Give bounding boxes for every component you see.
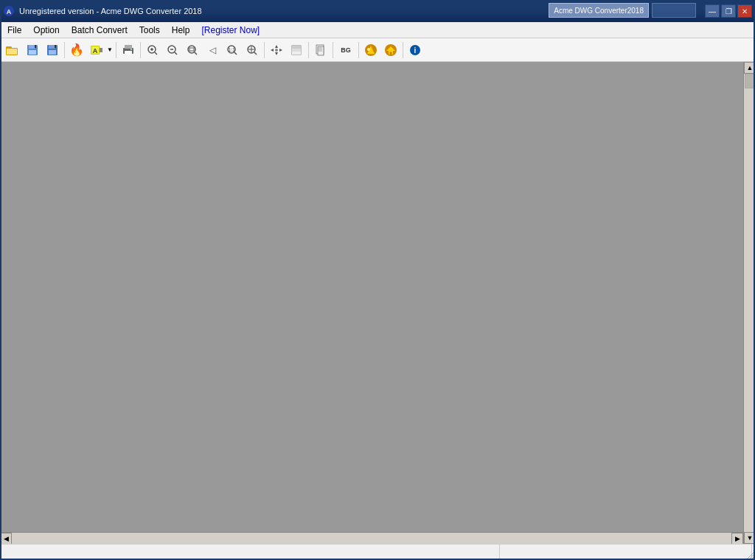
title-bar: A Unregistered version - Acme DWG Conver… <box>0 0 755 22</box>
convert2-button[interactable]: A <box>87 41 106 60</box>
info-button[interactable]: i <box>406 41 425 60</box>
layers-button[interactable] <box>287 41 306 60</box>
scrollbar-vertical[interactable]: ▲ ▼ <box>743 62 755 544</box>
svg-marker-41 <box>279 49 282 52</box>
svg-marker-38 <box>275 45 278 48</box>
svg-point-54 <box>367 48 370 51</box>
svg-line-37 <box>254 52 257 55</box>
zoom-in-button[interactable] <box>143 41 162 60</box>
zoom-window-button[interactable] <box>183 41 202 60</box>
acme2-button[interactable] <box>381 41 400 60</box>
convert-arrow-group: A ▼ <box>87 41 114 60</box>
toolbar: 🔥 A ▼ <box>0 38 755 62</box>
svg-line-33 <box>234 52 237 55</box>
scroll-up-button[interactable]: ▲ <box>744 62 755 74</box>
separator-3 <box>140 42 141 58</box>
main-content: ▲ ▼ ◀ ▶ <box>0 62 755 544</box>
svg-line-24 <box>155 52 157 55</box>
zoom-real-button[interactable]: 1:1 <box>223 41 242 60</box>
convert-button[interactable]: 🔥 <box>67 41 86 60</box>
svg-rect-18 <box>125 45 132 49</box>
svg-text:A: A <box>7 8 12 15</box>
scroll-left-button[interactable]: ◀ <box>0 533 12 544</box>
separator-5 <box>308 42 309 58</box>
svg-rect-44 <box>292 46 301 49</box>
app-icon: A <box>3 5 15 17</box>
minimize-button[interactable]: — <box>705 4 720 18</box>
menu-file[interactable]: File <box>1 23 27 38</box>
taskbar-app-1[interactable]: Acme DWG Converter2018 <box>549 3 649 18</box>
svg-rect-46 <box>292 52 301 55</box>
svg-marker-39 <box>275 52 278 55</box>
status-center <box>500 545 752 560</box>
svg-line-30 <box>195 52 197 55</box>
svg-text:A: A <box>93 47 98 55</box>
save-as-button[interactable] <box>43 41 62 60</box>
separator-8 <box>403 42 403 58</box>
scroll-right-button[interactable]: ▶ <box>731 533 743 544</box>
pages-button[interactable] <box>311 41 330 60</box>
title-bar-controls: — ❐ ✕ <box>705 4 752 18</box>
acme1-button[interactable] <box>361 41 380 60</box>
title-bar-left: A Unregistered version - Acme DWG Conver… <box>3 5 202 17</box>
svg-rect-58 <box>390 52 392 55</box>
menu-register[interactable]: [Register Now] <box>195 23 265 38</box>
separator-7 <box>358 42 359 58</box>
svg-rect-19 <box>125 51 132 55</box>
svg-rect-6 <box>29 45 35 49</box>
scroll-down-button[interactable]: ▼ <box>744 532 755 544</box>
scrollbar-horizontal[interactable]: ◀ ▶ <box>0 532 743 544</box>
bg-button[interactable]: BG <box>335 41 356 60</box>
open-button[interactable] <box>3 41 22 60</box>
svg-rect-4 <box>7 49 17 55</box>
svg-rect-8 <box>35 45 36 48</box>
resize-grip[interactable] <box>746 551 755 560</box>
svg-rect-10 <box>49 45 55 49</box>
window-title: Unregistered version - Acme DWG Converte… <box>19 7 202 15</box>
save-button[interactable] <box>23 41 42 60</box>
separator-1 <box>64 42 65 58</box>
convert2-arrow[interactable]: ▼ <box>106 41 114 60</box>
svg-line-27 <box>175 52 177 55</box>
zoom-out-button[interactable] <box>163 41 182 60</box>
close-button[interactable]: ✕ <box>737 4 752 18</box>
svg-rect-7 <box>29 50 36 55</box>
svg-rect-29 <box>189 48 194 51</box>
svg-line-63 <box>752 557 754 559</box>
svg-rect-20 <box>131 49 132 50</box>
svg-point-42 <box>275 49 278 52</box>
zoom-prev-button[interactable]: ◁ <box>203 41 222 60</box>
scroll-track <box>744 74 755 532</box>
menu-tools[interactable]: Tools <box>133 23 166 38</box>
restore-button[interactable]: ❐ <box>721 4 736 18</box>
status-left <box>3 545 500 560</box>
zoom-fit-button[interactable] <box>243 41 262 60</box>
pan-button[interactable] <box>267 41 286 60</box>
menu-help[interactable]: Help <box>166 23 196 38</box>
print-button[interactable] <box>119 41 138 60</box>
svg-text:i: i <box>414 46 417 55</box>
svg-rect-11 <box>49 50 56 55</box>
menu-batch-convert[interactable]: Batch Convert <box>66 23 133 38</box>
scroll-thumb[interactable] <box>745 74 755 88</box>
separator-2 <box>116 42 116 58</box>
svg-rect-12 <box>55 45 56 48</box>
status-bar <box>0 544 755 560</box>
svg-rect-45 <box>292 49 301 52</box>
svg-marker-40 <box>271 49 274 52</box>
menu-bar: File Option Batch Convert Tools Help [Re… <box>0 22 755 38</box>
bg-label: BG <box>341 46 351 54</box>
svg-rect-16 <box>100 48 102 52</box>
svg-text:1:1: 1:1 <box>228 47 235 52</box>
separator-4 <box>264 42 265 58</box>
taskbar-app-2[interactable] <box>652 3 696 18</box>
separator-6 <box>333 42 333 58</box>
menu-option[interactable]: Option <box>27 23 65 38</box>
